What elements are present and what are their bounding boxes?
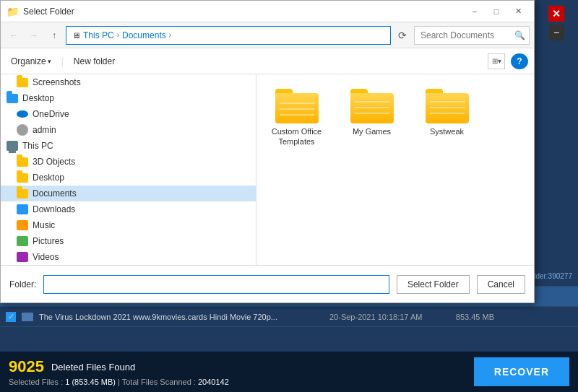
folder-line [430,113,465,114]
sidebar-label: 3D Objects [33,157,75,167]
sidebar-label: Desktop [33,173,64,183]
organize-button[interactable]: Organize ▾ [7,55,56,68]
selected-value: 1 (853.45 MB) [65,378,116,386]
desktop-icon [7,94,18,103]
folder-line [280,114,314,116]
folder-line [280,108,314,110]
path-sep2: › [169,31,171,39]
sidebar-wrapper: Screenshots Desktop OneDrive admin This [1,74,256,265]
view-toggle-button[interactable]: ⊞▾ [488,53,505,69]
folder-icon [17,189,28,199]
bg-minimize-button[interactable]: − [548,25,564,40]
sidebar-item-pictures[interactable]: Pictures [1,233,256,249]
new-folder-button[interactable]: New folder [69,55,119,68]
sidebar-item-onedrive[interactable]: OneDrive [1,106,256,122]
title-bar-controls: − □ ✕ [465,4,528,19]
folder-lines [426,93,469,123]
path-documents: Documents [122,30,166,40]
file-area: Custom Office Templates My Games [256,74,535,265]
file-icon [22,313,33,321]
select-folder-dialog: 📁 Select Folder − □ ✕ ← → ↑ 🖥 This PC › … [0,0,535,303]
up-button[interactable]: ↑ [46,27,63,44]
bg-close-button[interactable]: ✕ [548,6,564,22]
folder-name: Custom Office Templates [271,126,323,147]
folder-line [355,101,389,103]
deleted-info: 9025 Deleted Files Found Selected Files … [9,357,474,386]
minimize-button[interactable]: − [465,4,485,19]
folder-icon-large [426,89,469,123]
folder-systweak[interactable]: Systweak [418,86,476,139]
folder-lines [350,93,394,123]
sidebar-item-desktop[interactable]: Desktop [1,90,256,106]
folder-label: Folder: [9,279,36,289]
sidebar-item-downloads[interactable]: Downloads [1,201,256,217]
videos-icon [17,252,28,262]
pc-icon-sm: 🖥 [72,31,80,40]
close-button[interactable]: ✕ [508,4,528,19]
sidebar-label: Downloads [33,204,75,214]
folder-lines [275,93,319,123]
total-label: Total Files Scanned : [122,378,196,386]
folder-line [355,113,389,114]
sidebar-item-desktop2[interactable]: Desktop [1,170,256,186]
music-icon [17,220,28,230]
pc-icon [7,141,18,151]
back-button[interactable]: ← [5,27,22,44]
view-icons: ⊞▾ [488,53,505,69]
sidebar-item-music[interactable]: Music [1,217,256,233]
pictures-icon [17,236,28,246]
folder-name: Systweak [430,126,464,136]
sidebar-label: Desktop [22,93,54,103]
folder-line [355,107,389,108]
sidebar-label: Documents [33,188,77,199]
sidebar-item-documents[interactable]: Documents [1,186,256,201]
maximize-button[interactable]: □ [486,4,506,19]
help-button[interactable]: ? [511,53,528,69]
dialog-title: Select Folder [23,6,460,17]
folder-icon [17,157,28,167]
separator: | [61,56,64,66]
title-bar: 📁 Select Folder − □ ✕ [1,1,534,22]
folder-icon [17,173,28,183]
cancel-button[interactable]: Cancel [477,275,525,294]
refresh-button[interactable]: ⟳ [394,27,411,44]
file-size: 853.45 MB [436,313,494,321]
sidebar-item-this-pc[interactable]: This PC [1,138,256,154]
sidebar-item-videos[interactable]: Videos [1,249,256,265]
bg-right-panel: ✕ − [535,0,578,303]
folder-name: My Games [353,126,391,136]
address-path[interactable]: 🖥 This PC › Documents › [66,26,391,45]
folder-my-games[interactable]: My Games [343,86,401,139]
sidebar: Screenshots Desktop OneDrive admin This [1,74,256,265]
recover-button[interactable]: RECOVER [474,357,569,386]
organize-label: Organize [11,56,46,66]
folder-input-area: Folder: Select Folder Cancel [1,265,534,302]
select-folder-button[interactable]: Select Folder [397,275,470,294]
sidebar-item-3d-objects[interactable]: 3D Objects [1,154,256,170]
sidebar-item-admin[interactable]: admin [1,122,256,138]
folder-icon-large [275,89,319,123]
sidebar-label: Pictures [33,236,64,246]
folder-icon-large [350,89,394,123]
folder-custom-office[interactable]: Custom Office Templates [268,86,326,150]
selected-label: Selected Files : [9,378,63,386]
path-sep1: › [117,31,119,39]
onedrive-icon [17,110,28,118]
deleted-count: 9025 [9,357,44,376]
folder-line [430,107,465,108]
sidebar-item-screenshots[interactable]: Screenshots [1,74,256,90]
file-checkbox[interactable]: ✓ [6,312,16,322]
folder-icon [17,78,28,87]
sidebar-label: Videos [33,252,59,262]
organize-chevron: ▾ [48,58,51,65]
forward-button[interactable]: → [25,27,43,44]
path-this-pc: This PC [83,30,114,40]
folder-path-input[interactable] [43,275,389,294]
search-input[interactable] [414,26,530,45]
sidebar-label: OneDrive [33,109,69,119]
deleted-sub-info: Selected Files : 1 (853.45 MB) | Total F… [9,378,474,386]
user-icon [17,124,28,136]
folder-line [430,101,465,103]
search-wrapper: 🔍 [414,26,530,45]
folder-body [350,93,394,123]
